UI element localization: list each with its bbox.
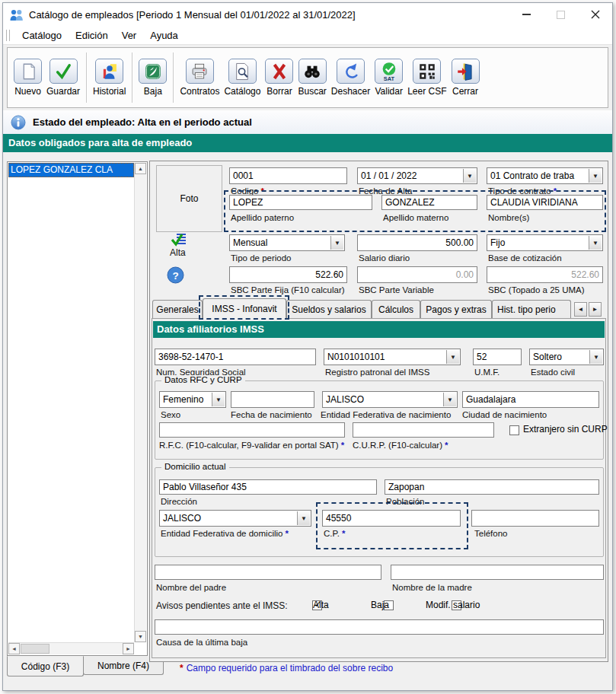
cp-field[interactable]: 45550 [322, 510, 461, 527]
base-cotizacion-label: Base de cotización [488, 253, 562, 263]
scroll-left-icon[interactable] [8, 643, 20, 654]
poblacion-label: Población [386, 497, 425, 506]
causa-ultima-baja-field[interactable] [155, 619, 604, 635]
dropdown-arrow-icon[interactable] [212, 393, 225, 406]
umf-label: U.M.F. [474, 368, 500, 377]
maximize-button[interactable] [544, 4, 578, 26]
title-bar: Catálogo de empleados [Periodo 1 Mensual… [3, 3, 612, 26]
dropdown-arrow-icon[interactable] [589, 236, 602, 250]
sbc-parte-fija-field[interactable]: 522.60 [229, 266, 347, 283]
tab-scroll-left-icon[interactable]: ◄ [574, 302, 587, 317]
dropdown-arrow-icon[interactable] [446, 350, 459, 364]
deshacer-button[interactable]: Deshacer [331, 59, 370, 97]
main-area: LOPEZ GONZALEZ CLA Código (F3) Nombre (F… [3, 152, 612, 689]
borrar-button[interactable]: Borrar [265, 59, 293, 97]
cp-label: C.P.* [324, 529, 345, 538]
dropdown-arrow-icon[interactable] [330, 236, 343, 250]
nombres-field[interactable]: CLAUDIA VIRIDIANA [487, 195, 603, 210]
fecha-nacimiento-label: Fecha de nacimiento [231, 410, 312, 419]
fecha-nacimiento-field[interactable] [231, 391, 314, 408]
umf-field[interactable]: 52 [473, 349, 522, 365]
required-asterisk: * [180, 663, 184, 673]
tab-imss-infonavit[interactable]: IMSS - Infonavit [203, 298, 286, 319]
estado-civil-combo[interactable]: Soltero [529, 349, 604, 365]
leer-csf-button[interactable]: Leer CSF [407, 59, 446, 97]
help-question-icon[interactable]: ? [167, 266, 184, 284]
employee-list[interactable]: LOPEZ GONZALEZ CLA [7, 161, 148, 656]
dropdown-arrow-icon[interactable] [443, 393, 456, 406]
photo-placeholder[interactable]: Foto [156, 165, 222, 232]
estado-civil-label: Estado civil [531, 368, 575, 377]
ciudad-nacimiento-field[interactable]: Guadalajara [462, 391, 599, 408]
dropdown-arrow-icon[interactable] [463, 169, 476, 183]
curp-label: C.U.R.P. (F10-calcular)* [353, 441, 448, 450]
curp-field[interactable] [353, 422, 494, 438]
sbc-parte-variable-field[interactable]: 0.00 [357, 266, 477, 283]
menu-ver[interactable]: Ver [115, 26, 144, 44]
tab-scroll-right-icon[interactable]: ► [589, 302, 602, 317]
direccion-field[interactable]: Pablo Villaseñor 435 [159, 479, 377, 495]
nombre-padre-label: Nombre del padre [156, 583, 226, 592]
scrollbar-thumb[interactable] [21, 644, 49, 654]
dropdown-arrow-icon[interactable] [297, 511, 310, 525]
exit-door-icon [455, 62, 475, 81]
historial-button[interactable]: Historial [93, 59, 126, 97]
alta-status-label: Alta [170, 247, 186, 258]
codigo-field[interactable]: 0001 [229, 167, 347, 184]
fecha-alta-combo[interactable]: 01 / 01 / 2022 [357, 167, 477, 184]
scroll-down-icon[interactable] [135, 631, 146, 642]
tipo-contrato-combo[interactable]: 01 Contrato de traba [487, 167, 603, 184]
tab-pagos-extras[interactable]: Pagos y extras [420, 300, 492, 319]
photo-label: Foto [180, 193, 198, 204]
guardar-button[interactable]: Guardar [46, 59, 80, 97]
tipo-periodo-combo[interactable]: Mensual [229, 234, 345, 251]
sbc-topado-field[interactable]: 522.60 [487, 266, 603, 283]
validar-button[interactable]: SAT Validar [375, 59, 403, 97]
menu-catalogo[interactable]: Catálogo [15, 26, 69, 44]
apellido-materno-field[interactable]: GONZALEZ [381, 195, 477, 210]
apellido-paterno-field[interactable]: LOPEZ [229, 195, 372, 210]
aviso-alta-label: Alta [313, 600, 329, 610]
salario-diario-field[interactable]: 500.00 [357, 234, 477, 251]
sbc-parte-variable-label: SBC Parte Variable [359, 285, 434, 294]
minimize-button[interactable] [509, 4, 544, 26]
tab-hist-tipo-periodo[interactable]: Hist. tipo perio [492, 300, 571, 319]
menu-ayuda[interactable]: Ayuda [143, 26, 185, 44]
entidad-domicilio-combo[interactable]: JALISCO [159, 510, 311, 527]
sexo-combo[interactable]: Femenino [159, 391, 226, 408]
horizontal-scrollbar[interactable] [8, 642, 134, 654]
menu-gripper [6, 30, 10, 41]
red-x-icon [270, 62, 289, 81]
scroll-right-icon[interactable] [123, 643, 134, 654]
list-item-selected[interactable]: LOPEZ GONZALEZ CLA [8, 163, 134, 177]
nss-field[interactable]: 3698-52-1470-1 [155, 349, 316, 365]
tab-sueldos-salarios[interactable]: Sueldos y salarios [286, 300, 372, 319]
menu-edicion[interactable]: Edición [69, 26, 115, 44]
nombre-madre-field[interactable] [391, 565, 604, 580]
contratos-button[interactable]: Contratos [180, 59, 219, 97]
poblacion-field[interactable]: Zapopan [385, 479, 599, 495]
dropdown-arrow-icon[interactable] [589, 169, 602, 183]
tab-generales[interactable]: Generales [152, 300, 203, 319]
nuevo-button[interactable]: Nuevo [14, 59, 42, 97]
dropdown-arrow-icon[interactable] [589, 350, 602, 364]
base-cotizacion-combo[interactable]: Fijo [487, 234, 603, 251]
baja-button[interactable]: Baja [139, 59, 167, 97]
vertical-scrollbar[interactable] [134, 163, 146, 642]
cerrar-button[interactable]: Cerrar [452, 59, 480, 97]
sexo-label: Sexo [161, 410, 180, 419]
catalogo-button[interactable]: Catálogo [224, 59, 260, 97]
close-button[interactable] [578, 4, 612, 26]
telefono-label: Teléfono [474, 529, 507, 538]
telefono-field[interactable] [471, 510, 599, 527]
nombre-padre-field[interactable] [155, 565, 381, 580]
tab-calculos[interactable]: Cálculos [372, 300, 420, 319]
tab-codigo-f3[interactable]: Código (F3) [7, 656, 84, 676]
entidad-nacimiento-combo[interactable]: JALISCO [322, 391, 458, 408]
extranjero-sin-curp-checkbox[interactable] [509, 425, 519, 435]
nombre-madre-label: Nombre de la madre [392, 583, 472, 592]
buscar-button[interactable]: Buscar [298, 59, 326, 97]
rfc-field[interactable] [159, 422, 345, 438]
registro-patronal-combo[interactable]: N0101010101 [324, 349, 461, 365]
scroll-up-icon[interactable] [135, 163, 146, 174]
